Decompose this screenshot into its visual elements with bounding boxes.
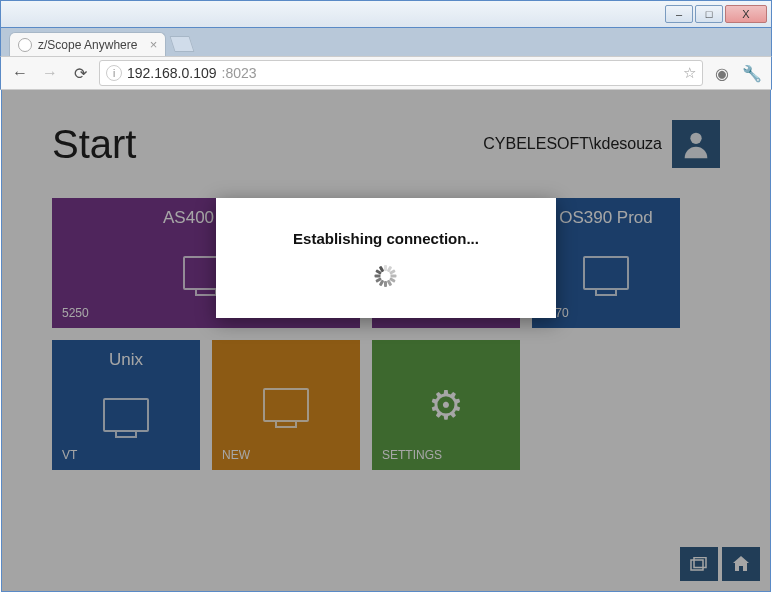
window-maximize-button[interactable]: □ [695,5,723,23]
reload-button[interactable]: ⟳ [69,62,91,84]
eye-icon[interactable]: ◉ [711,62,733,84]
page-viewport: Start CYBELESOFT\kdesouza AS400 Dev52505… [1,90,771,592]
address-bar[interactable]: i 192.168.0.109:8023 ☆ [99,60,703,86]
new-tab-button[interactable] [170,36,195,52]
back-button[interactable]: ← [9,62,31,84]
tab-close-icon[interactable]: × [150,37,158,52]
window-close-button[interactable]: X [725,5,767,23]
favicon-icon [18,38,32,52]
browser-toolbar: ← → ⟳ i 192.168.0.109:8023 ☆ ◉ 🔧 [0,56,772,90]
bookmark-star-icon[interactable]: ☆ [683,64,696,82]
modal-overlay: Establishing connection... [2,90,770,591]
connection-modal: Establishing connection... [216,198,556,318]
site-info-icon[interactable]: i [106,65,122,81]
url-host: 192.168.0.109 [127,65,217,81]
browser-tabstrip: z/Scope Anywhere × [0,28,772,56]
browser-tab[interactable]: z/Scope Anywhere × [9,32,166,56]
window-minimize-button[interactable]: – [665,5,693,23]
modal-message: Establishing connection... [293,230,479,247]
window-titlebar: – □ X [0,0,772,28]
forward-button: → [39,62,61,84]
wrench-icon[interactable]: 🔧 [741,62,763,84]
url-port: :8023 [222,65,257,81]
tab-title: z/Scope Anywhere [38,38,137,52]
spinner-icon [375,265,397,287]
